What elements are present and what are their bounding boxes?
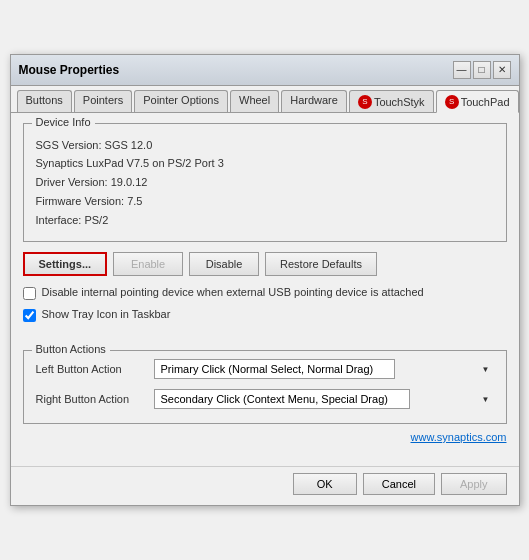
footer-buttons: OK Cancel Apply <box>11 466 519 505</box>
button-actions-group: Button Actions Left Button Action Primar… <box>23 350 507 424</box>
show-tray-checkbox[interactable] <box>23 309 36 322</box>
left-button-select[interactable]: Primary Click (Normal Select, Normal Dra… <box>154 359 395 379</box>
synaptics-link[interactable]: www.synaptics.com <box>411 431 507 443</box>
title-bar: Mouse Properties — □ ✕ <box>11 55 519 86</box>
tab-content: Device Info SGS Version: SGS 12.0 Synapt… <box>11 113 519 462</box>
left-button-action-row: Left Button Action Primary Click (Normal… <box>36 359 494 379</box>
disable-button[interactable]: Disable <box>189 252 259 276</box>
mouse-properties-window: Mouse Properties — □ ✕ Buttons Pointers … <box>10 54 520 506</box>
right-button-action-row: Right Button Action Secondary Click (Con… <box>36 389 494 409</box>
touchpad-icon: S <box>445 95 459 109</box>
button-actions-label: Button Actions <box>32 343 110 355</box>
ok-button[interactable]: OK <box>293 473 357 495</box>
cancel-button[interactable]: Cancel <box>363 473 435 495</box>
settings-button[interactable]: Settings... <box>23 252 108 276</box>
device-info-line-0: SGS Version: SGS 12.0 <box>36 136 494 155</box>
show-tray-label: Show Tray Icon in Taskbar <box>42 308 171 320</box>
right-button-select[interactable]: Secondary Click (Context Menu, Special D… <box>154 389 410 409</box>
device-info-label: Device Info <box>32 116 95 128</box>
tab-touchpad[interactable]: S TouchPad <box>436 90 519 113</box>
tab-buttons[interactable]: Buttons <box>17 90 72 112</box>
device-info-group: Device Info SGS Version: SGS 12.0 Synapt… <box>23 123 507 242</box>
right-button-select-wrapper: Secondary Click (Context Menu, Special D… <box>154 389 494 409</box>
tab-wheel[interactable]: Wheel <box>230 90 279 112</box>
disable-internal-checkbox[interactable] <box>23 287 36 300</box>
left-button-label: Left Button Action <box>36 363 146 375</box>
title-bar-controls: — □ ✕ <box>453 61 511 79</box>
minimize-button[interactable]: — <box>453 61 471 79</box>
device-info-line-4: Interface: PS/2 <box>36 211 494 230</box>
disable-internal-label: Disable internal pointing device when ex… <box>42 286 424 298</box>
restore-defaults-button[interactable]: Restore Defaults <box>265 252 377 276</box>
window-title: Mouse Properties <box>19 63 120 77</box>
disable-internal-row: Disable internal pointing device when ex… <box>23 286 507 300</box>
close-button[interactable]: ✕ <box>493 61 511 79</box>
device-info-line-2: Driver Version: 19.0.12 <box>36 173 494 192</box>
device-info-line-3: Firmware Version: 7.5 <box>36 192 494 211</box>
action-buttons-row: Settings... Enable Disable Restore Defau… <box>23 252 507 276</box>
touchstyk-icon: S <box>358 95 372 109</box>
tab-pointers[interactable]: Pointers <box>74 90 132 112</box>
show-tray-row: Show Tray Icon in Taskbar <box>23 308 507 322</box>
right-button-label: Right Button Action <box>36 393 146 405</box>
tab-pointer-options[interactable]: Pointer Options <box>134 90 228 112</box>
apply-button[interactable]: Apply <box>441 473 507 495</box>
tab-touchstyk[interactable]: S TouchStyk <box>349 90 434 112</box>
device-info-line-1: Synaptics LuxPad V7.5 on PS/2 Port 3 <box>36 154 494 173</box>
device-info-text: SGS Version: SGS 12.0 Synaptics LuxPad V… <box>36 136 494 229</box>
tab-hardware[interactable]: Hardware <box>281 90 347 112</box>
maximize-button[interactable]: □ <box>473 61 491 79</box>
enable-button[interactable]: Enable <box>113 252 183 276</box>
synaptics-link-row: www.synaptics.com <box>23 430 507 444</box>
tabs-bar: Buttons Pointers Pointer Options Wheel H… <box>11 86 519 113</box>
left-button-select-wrapper: Primary Click (Normal Select, Normal Dra… <box>154 359 494 379</box>
